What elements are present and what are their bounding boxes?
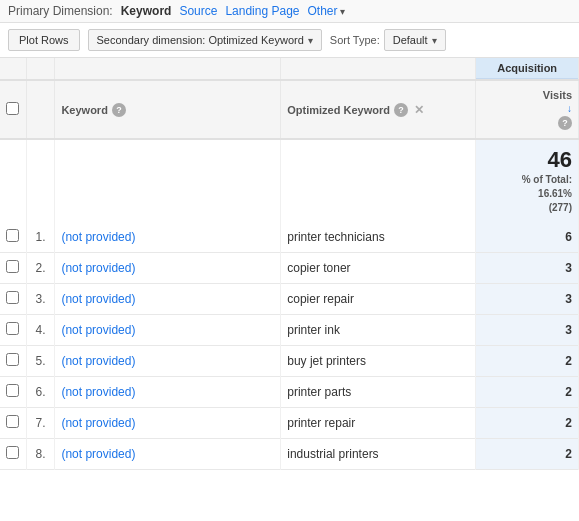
row-visits: 2 bbox=[476, 408, 579, 439]
row-keyword[interactable]: (not provided) bbox=[55, 284, 281, 315]
th-optimized-keyword: Optimized Keyword ? ✕ bbox=[281, 80, 476, 139]
th-keyword: Keyword ? bbox=[55, 80, 281, 139]
th-num bbox=[26, 80, 55, 139]
table-row: 4. (not provided) printer ink 3 bbox=[0, 315, 579, 346]
table-row: 1. (not provided) printer technicians 6 bbox=[0, 222, 579, 253]
row-keyword[interactable]: (not provided) bbox=[55, 439, 281, 470]
row-visits: 3 bbox=[476, 284, 579, 315]
row-optimized-keyword: copier repair bbox=[281, 284, 476, 315]
row-visits: 3 bbox=[476, 253, 579, 284]
chevron-down-icon: ▾ bbox=[308, 35, 313, 46]
row-keyword[interactable]: (not provided) bbox=[55, 253, 281, 284]
row-checkbox[interactable] bbox=[6, 353, 19, 366]
row-optimized-keyword: printer technicians bbox=[281, 222, 476, 253]
dim-source[interactable]: Source bbox=[179, 4, 217, 18]
row-number: 3. bbox=[26, 284, 55, 315]
summary-num-cell bbox=[26, 139, 55, 222]
summary-visits-cell: 46 % of Total: 16.61% (277) bbox=[476, 139, 579, 222]
row-checkbox-cell[interactable] bbox=[0, 439, 26, 470]
table-row: 7. (not provided) printer repair 2 bbox=[0, 408, 579, 439]
row-checkbox-cell[interactable] bbox=[0, 315, 26, 346]
table-row: 2. (not provided) copier toner 3 bbox=[0, 253, 579, 284]
plot-rows-button[interactable]: Plot Rows bbox=[8, 29, 80, 51]
data-table: Acquisition Keyword ? Optimized Keyword … bbox=[0, 58, 579, 470]
total-visits-value: 46 bbox=[482, 147, 572, 173]
sort-arrow-icon: ↓ bbox=[567, 103, 572, 114]
row-visits: 2 bbox=[476, 439, 579, 470]
row-optimized-keyword: buy jet printers bbox=[281, 346, 476, 377]
row-checkbox[interactable] bbox=[6, 260, 19, 273]
dim-keyword[interactable]: Keyword bbox=[121, 4, 172, 18]
row-number: 4. bbox=[26, 315, 55, 346]
row-checkbox-cell[interactable] bbox=[0, 408, 26, 439]
row-optimized-keyword: industrial printers bbox=[281, 439, 476, 470]
row-visits: 2 bbox=[476, 377, 579, 408]
secondary-dimension-dropdown[interactable]: Secondary dimension: Optimized Keyword ▾ bbox=[88, 29, 322, 51]
row-visits: 2 bbox=[476, 346, 579, 377]
row-visits: 6 bbox=[476, 222, 579, 253]
primary-dimension-label: Primary Dimension: bbox=[8, 4, 113, 18]
row-keyword[interactable]: (not provided) bbox=[55, 315, 281, 346]
row-checkbox-cell[interactable] bbox=[0, 377, 26, 408]
row-optimized-keyword: copier toner bbox=[281, 253, 476, 284]
row-optimized-keyword: printer ink bbox=[281, 315, 476, 346]
table-row: 6. (not provided) printer parts 2 bbox=[0, 377, 579, 408]
primary-dimension-bar: Primary Dimension: Keyword Source Landin… bbox=[0, 0, 579, 23]
row-checkbox-cell[interactable] bbox=[0, 222, 26, 253]
summary-checkbox-cell bbox=[0, 139, 26, 222]
row-number: 6. bbox=[26, 377, 55, 408]
row-checkbox[interactable] bbox=[6, 415, 19, 428]
row-checkbox-cell[interactable] bbox=[0, 253, 26, 284]
summary-keyword-cell bbox=[55, 139, 281, 222]
th-keyword-spacer bbox=[55, 58, 281, 80]
sort-type-group: Sort Type: Default ▾ bbox=[330, 29, 446, 51]
row-number: 1. bbox=[26, 222, 55, 253]
table-row: 3. (not provided) copier repair 3 bbox=[0, 284, 579, 315]
chevron-down-icon: ▾ bbox=[340, 6, 345, 17]
row-optimized-keyword: printer repair bbox=[281, 408, 476, 439]
dim-landing-page[interactable]: Landing Page bbox=[225, 4, 299, 18]
optimized-keyword-help-icon[interactable]: ? bbox=[394, 103, 408, 117]
row-number: 5. bbox=[26, 346, 55, 377]
row-keyword[interactable]: (not provided) bbox=[55, 377, 281, 408]
toolbar: Plot Rows Secondary dimension: Optimized… bbox=[0, 23, 579, 58]
th-num-spacer bbox=[26, 58, 55, 80]
visits-percent-label: % of Total: 16.61% (277) bbox=[482, 173, 572, 215]
row-checkbox[interactable] bbox=[6, 291, 19, 304]
row-checkbox[interactable] bbox=[6, 446, 19, 459]
th-select-all[interactable] bbox=[0, 80, 26, 139]
row-number: 2. bbox=[26, 253, 55, 284]
th-acquisition-group: Acquisition bbox=[476, 58, 579, 80]
chevron-down-icon: ▾ bbox=[432, 35, 437, 46]
th-checkbox-spacer bbox=[0, 58, 26, 80]
row-optimized-keyword: printer parts bbox=[281, 377, 476, 408]
row-keyword[interactable]: (not provided) bbox=[55, 222, 281, 253]
row-checkbox[interactable] bbox=[6, 384, 19, 397]
row-keyword[interactable]: (not provided) bbox=[55, 408, 281, 439]
row-checkbox[interactable] bbox=[6, 322, 19, 335]
remove-optimized-keyword-icon[interactable]: ✕ bbox=[412, 103, 426, 117]
summary-optimized-cell bbox=[281, 139, 476, 222]
row-number: 8. bbox=[26, 439, 55, 470]
keyword-help-icon[interactable]: ? bbox=[112, 103, 126, 117]
th-optimized-spacer bbox=[281, 58, 476, 80]
table-row: 8. (not provided) industrial printers 2 bbox=[0, 439, 579, 470]
row-keyword[interactable]: (not provided) bbox=[55, 346, 281, 377]
table-row: 5. (not provided) buy jet printers 2 bbox=[0, 346, 579, 377]
row-visits: 3 bbox=[476, 315, 579, 346]
visits-help-icon[interactable]: ? bbox=[558, 116, 572, 130]
row-number: 7. bbox=[26, 408, 55, 439]
select-all-checkbox[interactable] bbox=[6, 102, 19, 115]
dim-other-dropdown[interactable]: Other ▾ bbox=[308, 4, 345, 18]
row-checkbox-cell[interactable] bbox=[0, 284, 26, 315]
sort-type-dropdown[interactable]: Default ▾ bbox=[384, 29, 446, 51]
row-checkbox[interactable] bbox=[6, 229, 19, 242]
summary-row: 46 % of Total: 16.61% (277) bbox=[0, 139, 579, 222]
th-visits[interactable]: Visits ↓ ? bbox=[476, 80, 579, 139]
row-checkbox-cell[interactable] bbox=[0, 346, 26, 377]
